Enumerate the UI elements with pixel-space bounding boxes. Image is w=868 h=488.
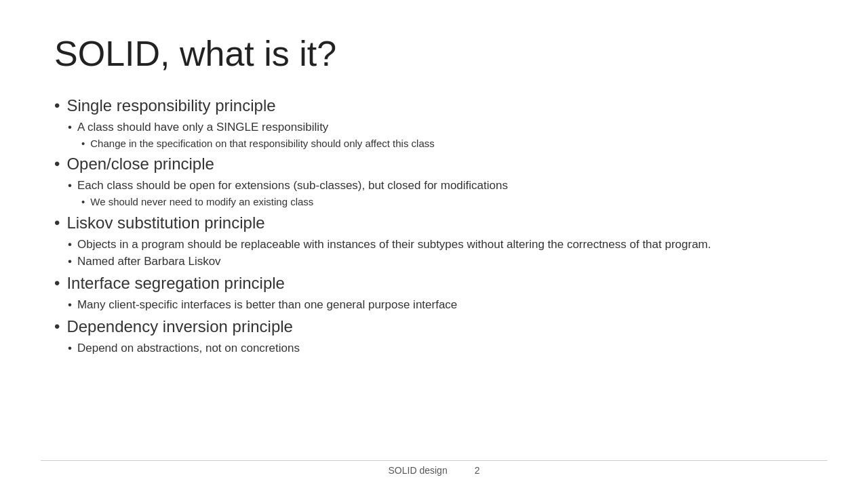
- list-item: Each class should be open for extensions…: [68, 178, 814, 194]
- sub-sub-list: Change in the specification on that resp…: [81, 137, 814, 150]
- list-item: Dependency inversion principle: [54, 316, 814, 337]
- list-item: Single responsibility principle: [54, 95, 814, 116]
- sub-list: Objects in a program should be replaceab…: [68, 237, 814, 270]
- list-item: Many client-specific interfaces is bette…: [68, 298, 814, 313]
- footer-page: 2: [475, 465, 480, 476]
- list-item: Named after Barbara Liskov: [68, 254, 814, 270]
- list-item: Change in the specification on that resp…: [81, 137, 814, 150]
- item-label: Depend on abstractions, not on concretio…: [77, 341, 814, 357]
- list-item: We should never need to modify an existi…: [81, 195, 814, 209]
- item-label: Objects in a program should be replaceab…: [77, 237, 814, 253]
- item-label: Named after Barbara Liskov: [77, 254, 814, 270]
- slide: SOLID, what is it? Single responsibility…: [0, 0, 868, 488]
- item-label: Interface segregation principle: [66, 272, 814, 293]
- item-label: Single responsibility principle: [66, 95, 814, 116]
- item-label: Open/close principle: [66, 153, 814, 174]
- sub-list: Each class should be open for extensions…: [68, 178, 814, 209]
- sub-list: Depend on abstractions, not on concretio…: [68, 341, 814, 357]
- slide-title: SOLID, what is it?: [54, 34, 814, 75]
- sub-list: A class should have only a SINGLE respon…: [68, 120, 814, 150]
- sub-sub-list: We should never need to modify an existi…: [81, 195, 814, 209]
- main-list: Single responsibility principle A class …: [54, 95, 814, 359]
- list-item: Depend on abstractions, not on concretio…: [68, 341, 814, 357]
- footer-title: SOLID design: [389, 465, 448, 476]
- list-item: Open/close principle: [54, 153, 814, 174]
- list-item: Interface segregation principle: [54, 272, 814, 293]
- item-label: Liskov substitution principle: [66, 212, 814, 233]
- list-item: Objects in a program should be replaceab…: [68, 237, 814, 253]
- item-label: We should never need to modify an existi…: [90, 195, 814, 209]
- list-item: Liskov substitution principle: [54, 212, 814, 233]
- item-label: A class should have only a SINGLE respon…: [77, 120, 814, 136]
- item-label: Each class should be open for extensions…: [77, 178, 814, 194]
- footer-divider: [41, 460, 827, 461]
- item-label: Change in the specification on that resp…: [90, 137, 814, 150]
- slide-content: Single responsibility principle A class …: [54, 95, 814, 454]
- sub-list: Many client-specific interfaces is bette…: [68, 298, 814, 313]
- list-item: A class should have only a SINGLE respon…: [68, 120, 814, 136]
- item-label: Dependency inversion principle: [66, 316, 814, 337]
- slide-footer: SOLID design 2: [0, 465, 868, 476]
- item-label: Many client-specific interfaces is bette…: [77, 298, 814, 313]
